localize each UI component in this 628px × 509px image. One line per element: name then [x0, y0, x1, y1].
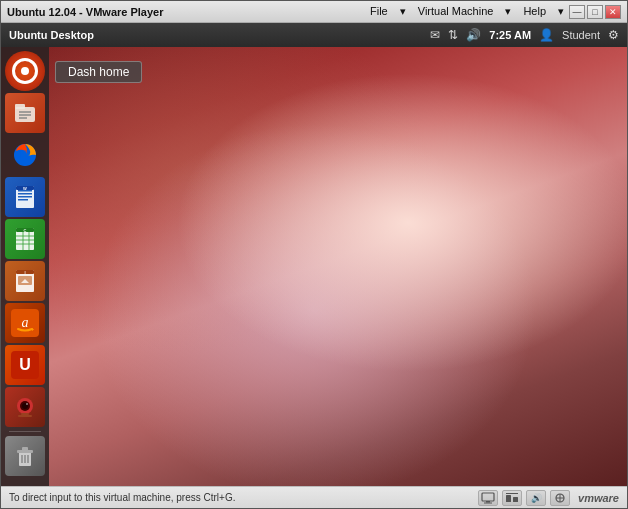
menu-help-arrow[interactable]: ▾ [553, 4, 569, 19]
impress-icon: I [11, 267, 39, 295]
menu-file[interactable]: File [365, 4, 393, 19]
launcher-item-impress[interactable]: I [5, 261, 45, 301]
svg-rect-49 [506, 493, 518, 494]
dash-home-button[interactable]: Dash home [55, 61, 142, 83]
ubuntu-vm: Ubuntu Desktop ✉ ⇅ 🔊 7:25 AM 👤 Student ⚙ [1, 23, 627, 486]
menu-vm[interactable]: Virtual Machine [413, 4, 499, 19]
menu-vm-arrow[interactable]: ▾ [500, 4, 516, 19]
statusbar-icon-3[interactable]: 🔊 [526, 490, 546, 506]
launcher-item-firefox[interactable] [5, 135, 45, 175]
ubuntu-topbar-icons: ✉ ⇅ 🔊 7:25 AM 👤 Student ⚙ [430, 28, 619, 42]
usb-icon [553, 492, 567, 504]
svg-text:I: I [24, 270, 25, 275]
svg-rect-11 [18, 199, 28, 201]
settings-icon[interactable]: ⚙ [608, 28, 619, 42]
minimize-button[interactable]: — [569, 5, 585, 19]
vmware-statusbar: To direct input to this virtual machine,… [1, 486, 627, 508]
volume-icon[interactable]: 🔊 [466, 28, 481, 42]
clock-display[interactable]: 7:25 AM [489, 29, 531, 41]
vmware-titlebar: Ubuntu 12.04 - VMware Player File ▾ Virt… [1, 1, 627, 23]
amazon-icon: a [11, 309, 39, 337]
user-icon[interactable]: 👤 [539, 28, 554, 42]
webcam-icon [11, 393, 39, 421]
launcher-item-ubuntuone[interactable]: U [5, 345, 45, 385]
launcher-item-ubuntu-logo[interactable] [5, 51, 45, 91]
close-button[interactable]: ✕ [605, 5, 621, 19]
vmware-title: Ubuntu 12.04 - VMware Player [7, 6, 357, 18]
ubuntu-topbar: Ubuntu Desktop ✉ ⇅ 🔊 7:25 AM 👤 Student ⚙ [1, 23, 627, 47]
ubuntu-desktop: W C [1, 47, 627, 486]
svg-rect-47 [506, 495, 511, 502]
statusbar-icon-4[interactable] [550, 490, 570, 506]
email-icon[interactable]: ✉ [430, 28, 440, 42]
vmware-menu: File ▾ Virtual Machine ▾ Help ▾ [365, 4, 569, 19]
files-icon [11, 99, 39, 127]
vmware-brand-label: vmware [578, 492, 619, 504]
launcher-item-calc[interactable]: C [5, 219, 45, 259]
vmware-window: Ubuntu 12.04 - VMware Player File ▾ Virt… [0, 0, 628, 509]
svg-rect-40 [22, 447, 28, 451]
calc-icon: C [11, 225, 39, 253]
launcher-item-trash[interactable] [5, 436, 45, 476]
svg-text:W: W [23, 186, 27, 191]
svg-rect-1 [15, 104, 25, 109]
launcher-item-files[interactable] [5, 93, 45, 133]
launcher-separator [9, 431, 41, 432]
svg-rect-46 [484, 502, 492, 503]
writer-icon: W [11, 183, 39, 211]
svg-text:U: U [19, 356, 31, 373]
svg-rect-37 [18, 415, 32, 417]
unity-launcher: W C [1, 47, 49, 486]
statusbar-icon-1[interactable] [478, 490, 498, 506]
svg-rect-48 [513, 497, 518, 502]
svg-rect-45 [486, 501, 490, 503]
network-status-icon [505, 492, 519, 504]
desktop-background [1, 47, 627, 486]
svg-rect-36 [21, 413, 29, 415]
network-icon[interactable]: ⇅ [448, 28, 458, 42]
svg-rect-44 [482, 493, 494, 501]
statusbar-hint: To direct input to this virtual machine,… [9, 492, 478, 503]
svg-rect-9 [18, 193, 32, 195]
svg-point-6 [20, 150, 30, 160]
svg-rect-10 [18, 196, 32, 198]
statusbar-icons: 🔊 [478, 490, 570, 506]
menu-file-arrow[interactable]: ▾ [395, 4, 411, 19]
svg-text:a: a [22, 315, 29, 330]
monitor-icon [481, 492, 495, 504]
launcher-item-amazon[interactable]: a [5, 303, 45, 343]
maximize-button[interactable]: □ [587, 5, 603, 19]
launcher-item-webcam[interactable] [5, 387, 45, 427]
vmware-window-controls: — □ ✕ [569, 5, 621, 19]
ubuntu-logo-icon [12, 58, 38, 84]
firefox-icon [11, 141, 39, 169]
statusbar-icon-2[interactable] [502, 490, 522, 506]
ubuntuone-icon: U [11, 351, 39, 379]
trash-icon [11, 442, 39, 470]
svg-point-35 [26, 403, 28, 405]
ubuntu-desktop-title: Ubuntu Desktop [9, 29, 430, 41]
menu-help[interactable]: Help [518, 4, 551, 19]
launcher-item-writer[interactable]: W [5, 177, 45, 217]
username-display[interactable]: Student [562, 29, 600, 41]
svg-text:C: C [24, 228, 27, 233]
